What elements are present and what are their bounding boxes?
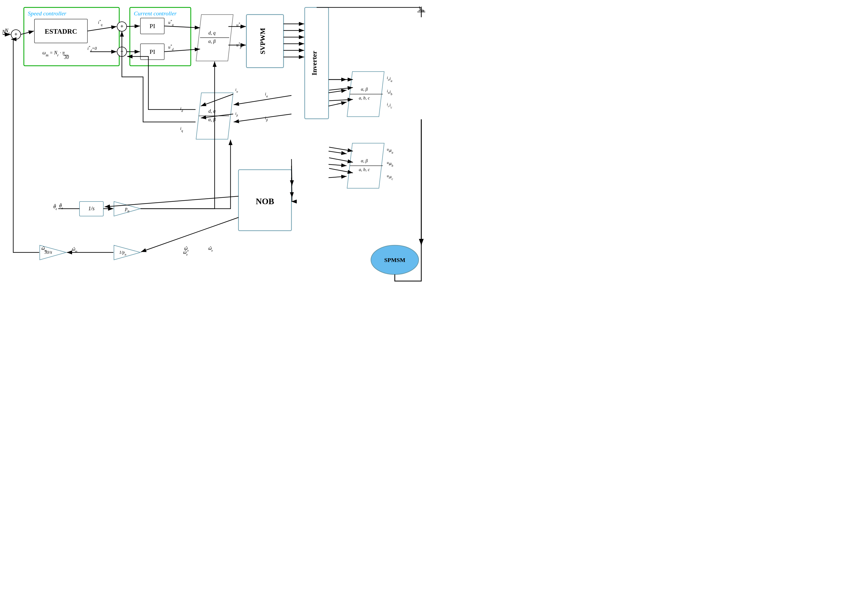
sum1-to-estadrc (21, 31, 34, 34)
pid-to-dqab (164, 49, 200, 52)
ab-bot-label-2: a, b, c (359, 167, 370, 172)
ab-top-label-2: a, b, c (359, 95, 370, 101)
speed-controller-label: Speed controller (28, 10, 66, 17)
ab-top-to-dqbot-beta (234, 114, 291, 122)
ab-top-to-dqbot-alpha (234, 95, 291, 105)
estadrc-to-sum2 (87, 27, 117, 31)
i-alpha-label: iα (265, 92, 268, 98)
integrator-label: 1/s (88, 206, 94, 211)
sum-id-minus: − (119, 54, 121, 58)
i-beta-wire-label: iβ (235, 111, 238, 117)
svpwm-text: SVPWM (259, 28, 267, 54)
inv-pn-triangle (114, 245, 140, 260)
ia-wire-label: ia (387, 75, 390, 81)
iq-label: iq (180, 126, 183, 133)
ia-label: ia (390, 76, 392, 83)
ic-wire-label: ic (387, 102, 389, 108)
inv-to-ab-ic (329, 102, 347, 106)
sum-iq-plus: + (120, 23, 124, 29)
omega-formula: ωm = Nr · π (43, 50, 65, 57)
id-feedback-wire (127, 56, 196, 110)
inv-i-top-2 (329, 87, 353, 90)
current-controller-label: Current controller (134, 10, 177, 17)
inv-to-ab-uc (329, 176, 347, 178)
block-diagram-svg: Speed controller ESTADRC ωm = Nr · π 30 … (0, 0, 434, 298)
iq-star-label: i*q (98, 19, 102, 27)
ud-star-label: u*d (168, 44, 174, 51)
nob-label: NOB (256, 197, 274, 206)
dq-top-label-2: α, β (208, 39, 216, 44)
ab-top-label-1: α, β (361, 87, 368, 92)
vdc-to-inverter (317, 7, 421, 17)
thirtypi-to-sum1 (11, 39, 39, 252)
omega-formula-denom: 30 (64, 55, 69, 60)
nob-to-integrator (105, 196, 238, 207)
inverter-text: Inverter (310, 51, 318, 75)
inv-to-ab-ua (329, 151, 347, 154)
inv-to-ab-ib (329, 90, 347, 93)
dq-top-label-1: d, q (208, 30, 216, 36)
spmsm-label: SPMSM (384, 257, 405, 263)
ib-label: ib (390, 90, 392, 96)
pi-d-label: PI (149, 48, 155, 55)
uq-star-label: u*q (168, 19, 174, 27)
i-beta-label: iβ (265, 115, 267, 122)
ic-label: ic (390, 103, 392, 109)
inv-u-bot-1 (329, 147, 353, 151)
i-alpha-wire-label: iα (235, 87, 238, 93)
ab-bot-label-1: α, β (361, 158, 368, 163)
u-alpha-star-label: u*α (236, 22, 242, 29)
inv-to-ab-ub (329, 164, 347, 166)
piq-to-dqab (164, 26, 200, 28)
ib-wire-label: ib (387, 89, 390, 95)
inv-u-bot-2 (329, 158, 353, 162)
pi-q-label: PI (149, 22, 155, 30)
sum-nr-plus: + (14, 31, 18, 37)
omega-e-hat-wire: ω̂e (208, 246, 213, 252)
diagram-container: Speed controller ESTADRC ωm = Nr · π 30 … (0, 0, 434, 298)
theta-hat-label: θ̂e (53, 204, 57, 211)
pn-to-dqbot (140, 140, 230, 209)
sum2-to-piq (127, 26, 140, 27)
sum-iq-minus: − (119, 29, 121, 33)
nob-to-invpn (141, 218, 238, 252)
estadrc-label: ESTADRC (45, 28, 77, 35)
